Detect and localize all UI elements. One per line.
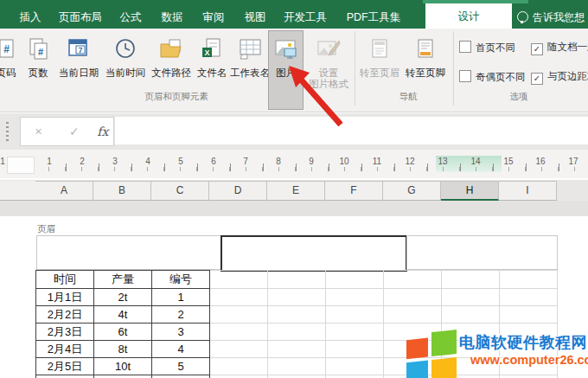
tab-page-layout[interactable]: 页面布局	[52, 7, 109, 29]
ruler-number: 4	[145, 157, 150, 166]
insert-function-icon[interactable]: fx	[97, 125, 108, 138]
column-header-a[interactable]: A	[35, 182, 93, 201]
checkbox-box-checked[interactable]: ✓	[531, 43, 543, 55]
cell[interactable]	[210, 306, 268, 324]
page-count-button[interactable]: # 页数	[21, 31, 55, 109]
sheet-name-button[interactable]: 工作表名	[228, 31, 272, 109]
tab-design-active[interactable]: 设计	[425, 3, 512, 29]
column-header-h-selected[interactable]: H	[441, 182, 499, 201]
cell[interactable]: 8t	[94, 341, 152, 358]
page-header-left-section[interactable]	[36, 235, 221, 270]
checkbox-align-with-margins[interactable]: ✓与页边距对齐	[531, 70, 588, 84]
picture-button[interactable]: 图片	[269, 31, 303, 109]
name-box-divider-dots[interactable]	[6, 122, 9, 141]
cell[interactable]: 时间	[35, 270, 94, 289]
cell[interactable]: 2t	[94, 289, 152, 306]
page-number-button[interactable]: # 页码	[0, 31, 22, 109]
cell[interactable]	[442, 289, 500, 306]
cell[interactable]	[442, 306, 500, 324]
cell[interactable]	[210, 341, 268, 358]
table-row: 2月2日 4t 2	[35, 306, 558, 324]
checkbox-box[interactable]	[459, 41, 471, 53]
cell[interactable]	[268, 306, 326, 324]
tab-developer[interactable]: 开发工具	[277, 7, 334, 29]
ruler-number: 8	[276, 157, 281, 166]
column-header-g[interactable]: G	[383, 182, 441, 201]
cell[interactable]	[268, 289, 326, 306]
page-header-right-section[interactable]	[406, 235, 558, 270]
cell[interactable]: 4	[152, 341, 210, 358]
cell[interactable]: 6t	[94, 324, 152, 341]
ruler-number: 2	[80, 157, 85, 166]
cell[interactable]	[384, 306, 442, 324]
cell[interactable]	[326, 306, 384, 324]
cell[interactable]: 3	[152, 324, 210, 341]
group-divider	[453, 31, 454, 106]
checkbox-different-odd-even[interactable]: 奇偶页不同	[459, 70, 526, 84]
ruler-number: 5	[178, 157, 183, 166]
cell[interactable]	[500, 306, 558, 324]
ruler-ticks	[0, 157, 588, 171]
current-time-icon	[102, 31, 149, 67]
cell[interactable]	[384, 289, 442, 306]
column-header-e[interactable]: E	[267, 182, 325, 201]
current-time-button[interactable]: 当前时间	[102, 31, 149, 109]
cell[interactable]	[268, 358, 326, 375]
cell[interactable]	[210, 324, 268, 341]
cancel-icon[interactable]: ×	[26, 125, 52, 138]
cell[interactable]	[210, 270, 268, 289]
cell[interactable]: 2	[152, 306, 210, 324]
table-header-row: 时间 产量 编号	[35, 270, 558, 289]
page-header-center-section-selected[interactable]	[220, 235, 407, 272]
column-header-i[interactable]: I	[499, 182, 557, 201]
cell[interactable]	[210, 289, 268, 306]
lightbulb-icon	[517, 11, 528, 22]
ruler-margin-box[interactable]	[7, 157, 35, 174]
formula-input[interactable]	[115, 117, 588, 144]
cell[interactable]	[326, 341, 384, 358]
current-date-button[interactable]: 7 当前日期	[55, 31, 102, 109]
page-count-icon: #	[21, 31, 55, 67]
cell[interactable]: 2月5日	[35, 358, 94, 375]
cell[interactable]	[326, 324, 384, 341]
cell[interactable]	[500, 289, 558, 306]
column-header-d[interactable]: D	[209, 182, 267, 201]
column-header-f[interactable]: F	[325, 182, 383, 201]
enter-icon[interactable]: ✓	[61, 125, 87, 138]
column-header-b[interactable]: B	[93, 182, 151, 201]
cell[interactable]	[326, 270, 384, 289]
tab-data[interactable]: 数据	[152, 7, 192, 29]
cell[interactable]: 1月1日	[35, 289, 94, 306]
cell[interactable]: 2月3日	[35, 324, 94, 341]
tab-insert[interactable]: 插入	[10, 7, 50, 29]
cell[interactable]	[268, 341, 326, 358]
column-header-c[interactable]: C	[151, 182, 209, 201]
cell[interactable]: 2月2日	[35, 306, 94, 324]
svg-text:X: X	[204, 48, 209, 57]
cell[interactable]	[384, 270, 442, 289]
cell[interactable]: 产量	[94, 270, 152, 289]
cell[interactable]	[326, 358, 384, 375]
cell[interactable]: 2月4日	[35, 341, 94, 358]
cell[interactable]: 4t	[94, 306, 152, 324]
cell[interactable]: 10t	[94, 358, 152, 375]
tab-formulas[interactable]: 公式	[111, 7, 150, 29]
cell[interactable]: 1	[152, 289, 210, 306]
cell[interactable]	[268, 270, 326, 289]
cell[interactable]	[442, 270, 500, 289]
tab-pdf-tools[interactable]: PDF工具集	[336, 7, 412, 29]
cell[interactable]	[210, 358, 268, 375]
tab-review[interactable]: 审阅	[194, 7, 233, 29]
cell[interactable]	[500, 270, 558, 289]
cell[interactable]	[268, 324, 326, 341]
cell[interactable]	[326, 289, 384, 306]
checkbox-different-first-page[interactable]: 首页不同	[459, 41, 515, 54]
checkbox-box[interactable]	[459, 70, 471, 82]
column-headers: A B C D E F G H I	[0, 180, 588, 201]
tell-me-box[interactable]: 告诉我您想	[517, 7, 585, 29]
cell[interactable]: 编号	[152, 270, 210, 289]
checkbox-box-checked[interactable]: ✓	[531, 73, 543, 85]
cell[interactable]: 5	[152, 358, 210, 375]
checkbox-scale-with-document[interactable]: ✓随文档一起缩放	[531, 41, 588, 54]
tab-view[interactable]: 视图	[235, 7, 275, 29]
